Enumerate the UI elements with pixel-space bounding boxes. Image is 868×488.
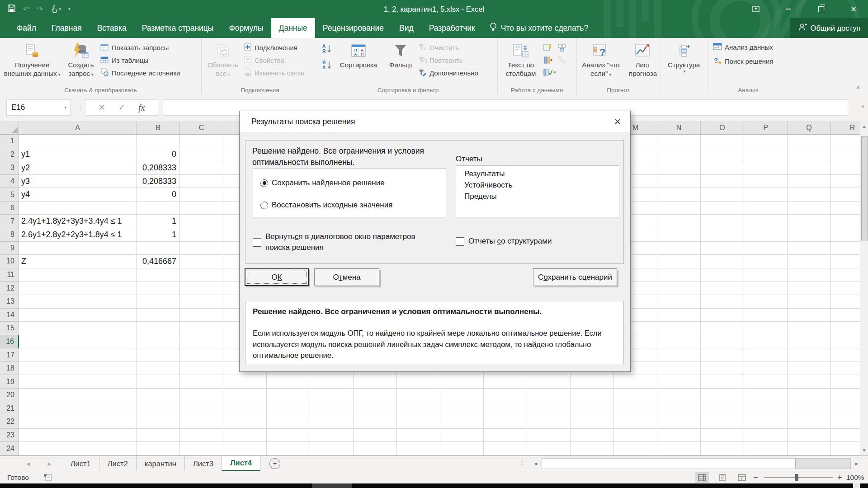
cell-B23[interactable] [137, 429, 180, 442]
cell-K23[interactable] [527, 429, 571, 442]
column-header-B[interactable]: B [137, 121, 180, 135]
cell-Q3[interactable] [788, 161, 831, 175]
cell-B17[interactable] [137, 348, 180, 362]
cell-Q16[interactable] [788, 335, 831, 349]
edit-links-button[interactable]: Изменить связи [244, 68, 305, 78]
cell-N18[interactable] [657, 362, 701, 375]
cell-C20[interactable] [180, 389, 223, 402]
row-header-21[interactable]: 21 [0, 402, 19, 416]
cell-A8[interactable]: 2.6y1+2.8y2+2y3+1.8y4 ≤ 1 [19, 228, 137, 242]
cell-J23[interactable] [484, 429, 527, 442]
from-table-button[interactable]: Из таблицы [100, 56, 180, 65]
cell-N24[interactable] [657, 442, 701, 455]
page-layout-view-button[interactable] [716, 472, 729, 483]
cell-P3[interactable] [744, 161, 788, 175]
reapply-filter-button[interactable]: Повторить [418, 56, 478, 65]
cell-C14[interactable] [180, 309, 223, 322]
scroll-down-icon[interactable]: ▼ [860, 448, 868, 453]
cell-O4[interactable] [701, 175, 744, 188]
cell-M22[interactable] [614, 415, 657, 429]
row-header-10[interactable]: 10 [0, 255, 19, 268]
cell-P4[interactable] [744, 175, 788, 188]
cell-O2[interactable] [701, 148, 744, 162]
row-header-14[interactable]: 14 [0, 309, 19, 322]
cell-Q14[interactable] [788, 309, 831, 322]
cell-I19[interactable] [440, 375, 484, 389]
cell-P7[interactable] [744, 215, 788, 228]
cell-B22[interactable] [137, 415, 180, 429]
cell-F21[interactable] [310, 402, 354, 416]
cell-C10[interactable] [180, 255, 223, 268]
relationships-icon[interactable] [558, 56, 566, 65]
cell-J19[interactable] [484, 375, 527, 389]
cell-B21[interactable] [137, 402, 180, 416]
sheet-prev-icon[interactable]: ◄ [25, 460, 31, 467]
keep-solution-radio[interactable]: Сохранить найденное решение [260, 178, 385, 188]
cell-P10[interactable] [744, 255, 788, 268]
cell-K19[interactable] [527, 375, 571, 389]
ribbon-display-options-icon[interactable] [741, 0, 770, 18]
save-scenario-button[interactable]: Сохранить сценарий [533, 268, 617, 286]
sheet-tab-list4[interactable]: Лист4 [222, 456, 260, 471]
cell-C11[interactable] [180, 268, 223, 282]
cell-B11[interactable] [137, 268, 180, 282]
cell-N9[interactable] [657, 242, 701, 255]
sort-button[interactable]: ЯААЯ Сортировка [334, 40, 383, 84]
cell-B8[interactable]: 1 [137, 228, 180, 242]
cell-P13[interactable] [744, 295, 788, 309]
cell-N11[interactable] [657, 268, 701, 282]
cancel-entry-icon[interactable]: ✕ [99, 103, 105, 113]
cell-E24[interactable] [267, 442, 310, 455]
cell-N12[interactable] [657, 282, 701, 295]
cell-M23[interactable] [614, 429, 657, 442]
cell-B5[interactable]: 0 [137, 188, 180, 202]
horizontal-scrollbar[interactable]: ◄ ► [530, 458, 863, 469]
flash-fill-icon[interactable] [543, 43, 556, 53]
report-item-limits[interactable]: Пределы [464, 191, 619, 202]
cell-O11[interactable] [701, 268, 744, 282]
row-header-3[interactable]: 3 [0, 161, 19, 175]
sheet-tab-list1[interactable]: Лист1 [62, 456, 99, 471]
cell-A14[interactable] [19, 309, 137, 322]
row-header-15[interactable]: 15 [0, 322, 19, 335]
cell-Q22[interactable] [788, 415, 831, 429]
cell-B14[interactable] [137, 309, 180, 322]
cell-N13[interactable] [657, 295, 701, 309]
cell-P22[interactable] [744, 415, 788, 429]
cell-N3[interactable] [657, 161, 701, 175]
cell-N21[interactable] [657, 402, 701, 416]
cell-A3[interactable]: y2 [19, 161, 137, 175]
cell-A1[interactable] [19, 135, 137, 148]
tab-data[interactable]: Данные [271, 18, 315, 38]
cell-D21[interactable] [223, 402, 267, 416]
sort-descending-icon[interactable]: ЯА [321, 60, 332, 72]
row-header-8[interactable]: 8 [0, 228, 19, 242]
cell-D19[interactable] [223, 375, 267, 389]
reports-listbox[interactable]: Результаты Устойчивость Пределы [456, 165, 619, 217]
cell-N5[interactable] [657, 188, 701, 202]
refresh-all-button[interactable]: Обновить все▾ [204, 40, 242, 84]
tab-view[interactable]: Вид [392, 18, 421, 38]
cell-C18[interactable] [180, 362, 223, 375]
cell-N6[interactable] [657, 202, 701, 215]
cell-P18[interactable] [744, 362, 788, 375]
cell-B15[interactable] [137, 322, 180, 335]
cell-C16[interactable] [180, 335, 223, 349]
cell-P2[interactable] [744, 148, 788, 162]
tab-insert[interactable]: Вставка [90, 18, 134, 38]
cell-H23[interactable] [397, 429, 440, 442]
cell-B24[interactable] [137, 442, 180, 455]
show-queries-button[interactable]: Показать запросы [100, 43, 180, 52]
cell-C24[interactable] [180, 442, 223, 455]
row-header-13[interactable]: 13 [0, 295, 19, 309]
horizontal-scroll-track[interactable] [542, 458, 851, 469]
cell-A4[interactable]: y3 [19, 175, 137, 188]
tell-me-box[interactable]: Что вы хотите сделать? [483, 18, 594, 38]
row-header-5[interactable]: 5 [0, 188, 19, 202]
row-header-18[interactable]: 18 [0, 362, 19, 375]
cell-B9[interactable] [137, 242, 180, 255]
row-header-9[interactable]: 9 [0, 242, 19, 255]
select-all-corner[interactable] [0, 121, 19, 135]
cell-O22[interactable] [701, 415, 744, 429]
cell-O16[interactable] [701, 335, 744, 349]
